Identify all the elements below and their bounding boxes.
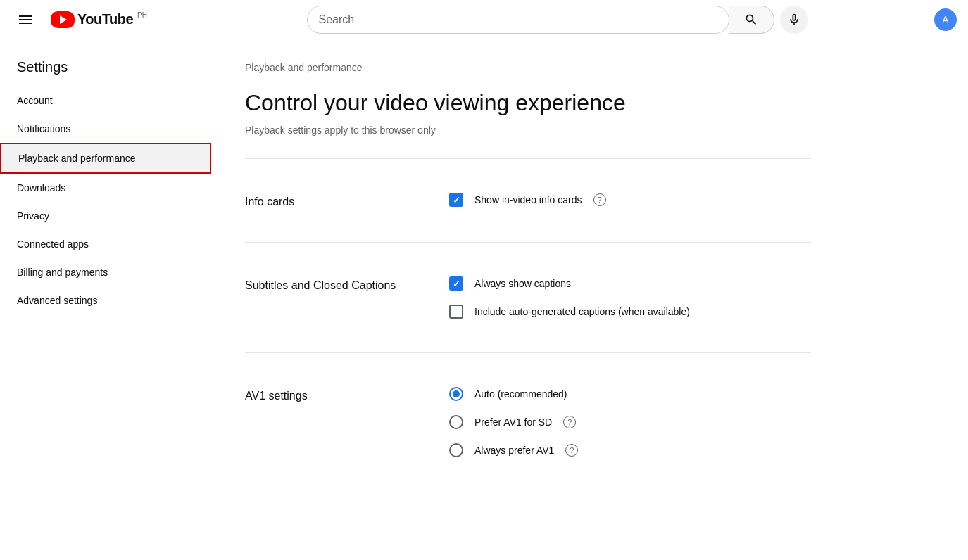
av1-controls: Auto (recommended) Prefer AV1 for SD ? A…	[449, 387, 811, 457]
info-cards-row-0: ✓ Show in-video info cards ?	[449, 193, 811, 207]
sidebar-item-account[interactable]: Account	[0, 87, 211, 115]
subtitles-label-0: Always show captions	[474, 278, 571, 289]
av1-help-icon-1[interactable]: ?	[563, 416, 576, 428]
header: YouTube PH A	[0, 0, 968, 39]
breadcrumb: Playback and performance	[245, 62, 811, 73]
av1-radio-0[interactable]	[449, 387, 463, 401]
search-button[interactable]	[729, 6, 774, 34]
subtitles-row-0: ✓ Always show captions	[449, 276, 811, 291]
av1-label-0: Auto (recommended)	[474, 388, 567, 400]
search-icon	[744, 13, 758, 27]
info-cards-help-icon-0[interactable]: ?	[593, 193, 606, 206]
av1-label-1: Prefer AV1 for SD	[474, 416, 552, 428]
sidebar-item-billing[interactable]: Billing and payments	[0, 258, 211, 286]
divider	[245, 158, 811, 159]
subtitles-label-1: Include auto-generated captions (when av…	[474, 306, 690, 317]
main-content: Playback and performance Control your vi…	[211, 39, 845, 560]
av1-radio-1[interactable]	[449, 415, 463, 429]
sidebar-item-label-privacy: Privacy	[17, 210, 49, 222]
sidebar-item-label-connected-apps: Connected apps	[17, 238, 89, 250]
info-cards-checkbox-0[interactable]: ✓	[449, 193, 463, 207]
header-center	[180, 6, 934, 34]
sidebar-item-label-account: Account	[17, 95, 53, 106]
settings-section-info-cards: Info cards ✓ Show in-video info cards ?	[245, 176, 811, 225]
av1-help-icon-2[interactable]: ?	[565, 444, 578, 457]
sidebar-item-label-notifications: Notifications	[17, 123, 70, 134]
sidebar-item-label-advanced: Advanced settings	[17, 295, 97, 306]
avatar[interactable]: A	[934, 8, 957, 31]
sidebar-item-connected-apps[interactable]: Connected apps	[0, 230, 211, 258]
header-left: YouTube PH	[11, 6, 180, 34]
av1-row-1: Prefer AV1 for SD ?	[449, 415, 811, 429]
search-bar	[307, 6, 729, 34]
sidebar-item-label-downloads: Downloads	[17, 182, 65, 193]
mic-icon	[787, 13, 801, 27]
sidebar-item-playback[interactable]: Playback and performance	[0, 143, 211, 174]
checkmark-icon-2: ✓	[453, 279, 460, 289]
settings-section-av1: AV1 settings Auto (recommended) Prefer A…	[245, 370, 811, 474]
logo[interactable]: YouTube PH	[51, 11, 147, 28]
page-layout: Settings Account Notifications Playback …	[0, 39, 968, 560]
section-heading: Control your video viewing experience	[245, 90, 811, 116]
av1-row-2: Always prefer AV1 ?	[449, 443, 811, 457]
info-cards-label-0: Show in-video info cards	[474, 194, 582, 205]
sidebar-item-advanced[interactable]: Advanced settings	[0, 286, 211, 314]
sidebar-item-notifications[interactable]: Notifications	[0, 115, 211, 143]
hamburger-icon	[17, 11, 34, 28]
hamburger-button[interactable]	[11, 6, 39, 34]
subtitles-label: Subtitles and Closed Captions	[245, 276, 421, 319]
divider-3	[245, 352, 811, 353]
search-input[interactable]	[308, 6, 729, 34]
sidebar-title: Settings	[0, 53, 211, 87]
country-badge: PH	[137, 11, 147, 19]
mic-button[interactable]	[780, 6, 808, 34]
sidebar-item-label-playback: Playback and performance	[18, 153, 136, 164]
info-cards-label: Info cards	[245, 193, 421, 208]
subtitles-controls: ✓ Always show captions Include auto-gene…	[449, 276, 811, 319]
sidebar-item-privacy[interactable]: Privacy	[0, 202, 211, 230]
av1-label: AV1 settings	[245, 387, 421, 457]
play-triangle	[60, 15, 67, 24]
section-subtitle: Playback settings apply to this browser …	[245, 125, 811, 136]
info-cards-controls: ✓ Show in-video info cards ?	[449, 193, 811, 208]
settings-section-subtitles: Subtitles and Closed Captions ✓ Always s…	[245, 260, 811, 336]
radio-inner-icon	[453, 390, 460, 397]
subtitles-checkbox-0[interactable]: ✓	[449, 276, 463, 291]
av1-label-2: Always prefer AV1	[474, 445, 554, 456]
av1-radio-2[interactable]	[449, 443, 463, 457]
sidebar-item-downloads[interactable]: Downloads	[0, 174, 211, 202]
sidebar: Settings Account Notifications Playback …	[0, 39, 211, 560]
subtitles-checkbox-1[interactable]	[449, 305, 463, 319]
checkmark-icon: ✓	[453, 195, 460, 205]
header-right: A	[934, 8, 957, 31]
sidebar-item-label-billing: Billing and payments	[17, 267, 108, 278]
subtitles-row-1: Include auto-generated captions (when av…	[449, 305, 811, 319]
youtube-play-icon	[51, 11, 75, 28]
divider-2	[245, 242, 811, 243]
av1-row-0: Auto (recommended)	[449, 387, 811, 401]
youtube-wordmark: YouTube	[77, 11, 133, 27]
search-container	[307, 6, 774, 34]
